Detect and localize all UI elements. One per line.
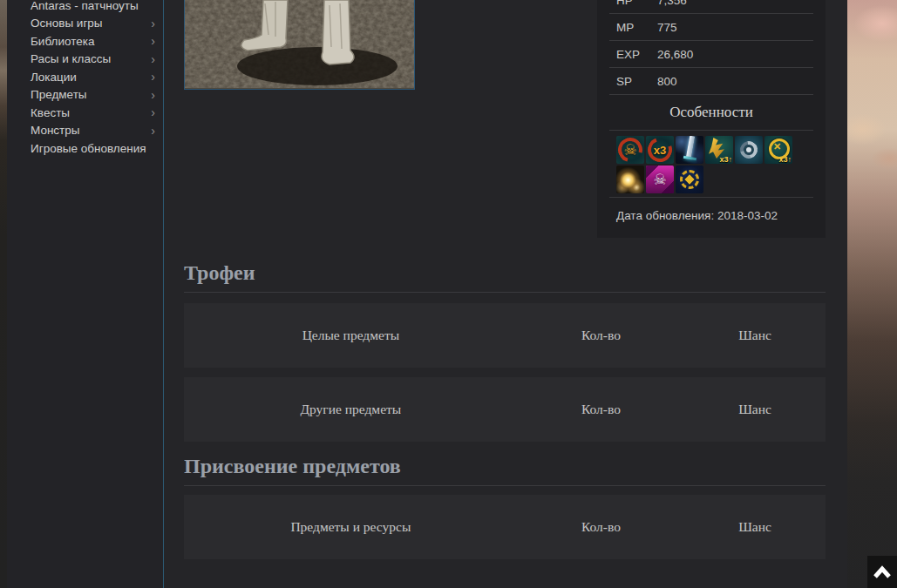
chevron-right-icon: › <box>151 125 155 137</box>
swirl-icon[interactable] <box>735 136 763 164</box>
monster-stats-panel: HP 7,356 MP 775 EXP 26,680 SP 800 Особен… <box>597 0 826 238</box>
chevron-right-icon: › <box>151 53 155 65</box>
stat-value: 7,356 <box>657 0 687 7</box>
stat-label: EXP <box>609 48 657 61</box>
chevron-up-icon <box>872 564 893 580</box>
sidebar-item-library[interactable]: Библиотека› <box>7 32 163 51</box>
stat-label: HP <box>609 0 657 7</box>
sidebar-item-quests[interactable]: Квесты› <box>7 104 163 122</box>
target-x3-up-icon[interactable]: x3↑ <box>764 136 792 164</box>
sidebar-item-monsters[interactable]: Монстры› <box>7 122 163 140</box>
column-header-items: Предметы и ресурсы <box>184 519 518 535</box>
chevron-right-icon: › <box>151 35 155 47</box>
drop-table-full-items: Целые предметы Кол-во Шанс <box>184 303 826 368</box>
stat-label: MP <box>609 21 657 34</box>
chevron-right-icon: › <box>151 17 155 30</box>
stat-row-hp: HP 7,356 <box>609 0 813 14</box>
sidebar-menu: Antaras - патчноуты Основы игры› Библиот… <box>7 0 163 158</box>
sword-icon[interactable] <box>676 136 703 164</box>
stat-row-sp: SP 800 <box>609 68 813 95</box>
main-content: HP 7,356 MP 775 EXP 26,680 SP 800 Особен… <box>164 0 847 588</box>
chevron-right-icon: › <box>151 71 155 83</box>
feature-icons: x3 x3↑ x3↑ <box>609 131 813 198</box>
chevron-right-icon: › <box>151 106 155 118</box>
features-title: Особенности <box>609 95 813 131</box>
monster-screenshot <box>184 0 415 90</box>
sidebar-item-locations[interactable]: Локации› <box>7 68 163 86</box>
scroll-to-top-button[interactable] <box>867 556 897 588</box>
column-header-chance: Шанс <box>684 328 826 343</box>
column-header-quantity: Кол-во <box>518 519 684 535</box>
spiked-skull-icon[interactable] <box>646 166 674 193</box>
stat-label: SP <box>609 75 657 88</box>
sidebar-item-races-classes[interactable]: Расы и классы› <box>7 51 163 69</box>
sidebar-item-antaras-patchnotes[interactable]: Antaras - патчноуты <box>7 0 163 15</box>
drop-table-other-items: Другие предметы Кол-во Шанс <box>184 377 826 442</box>
icon-badge: x3 <box>646 136 674 164</box>
stat-row-exp: EXP 26,680 <box>609 41 813 68</box>
background-art-right <box>847 0 897 588</box>
column-header-chance: Шанс <box>684 519 826 535</box>
skull-mark-icon[interactable] <box>616 136 644 164</box>
section-title-trophies: Трофеи <box>184 260 826 293</box>
multiplier-x3-icon[interactable]: x3 <box>646 136 674 164</box>
sidebar-item-items[interactable]: Предметы› <box>7 86 163 105</box>
stat-value: 800 <box>657 75 677 88</box>
icon-badge: x3↑ <box>719 155 732 164</box>
chevron-right-icon: › <box>151 89 155 101</box>
starburst-icon[interactable] <box>616 166 644 193</box>
column-header-items: Целые предметы <box>184 328 518 343</box>
golden-eye-icon[interactable] <box>676 166 703 193</box>
icon-badge: x3↑ <box>778 155 792 164</box>
column-header-quantity: Кол-во <box>518 402 684 417</box>
claw-x3-up-icon[interactable]: x3↑ <box>705 136 733 164</box>
column-header-chance: Шанс <box>684 402 826 417</box>
section-title-spoil: Присвоение предметов <box>184 453 826 486</box>
column-header-quantity: Кол-во <box>518 328 684 343</box>
monster-screenshot-art <box>185 0 414 88</box>
update-date: Дата обновления: 2018-03-02 <box>609 198 813 233</box>
spoil-table-items-resources: Предметы и ресурсы Кол-во Шанс <box>184 495 826 559</box>
stat-value: 26,680 <box>657 48 693 61</box>
sidebar: Antaras - патчноуты Основы игры› Библиот… <box>7 0 164 588</box>
stat-row-mp: MP 775 <box>609 14 813 41</box>
column-header-items: Другие предметы <box>184 402 518 417</box>
sidebar-item-game-updates[interactable]: Игровые обновления <box>7 139 163 158</box>
stat-value: 775 <box>657 21 677 34</box>
background-art-left <box>0 0 7 588</box>
sidebar-item-game-basics[interactable]: Основы игры› <box>7 15 163 33</box>
page-container: Antaras - патчноуты Основы игры› Библиот… <box>7 0 847 588</box>
